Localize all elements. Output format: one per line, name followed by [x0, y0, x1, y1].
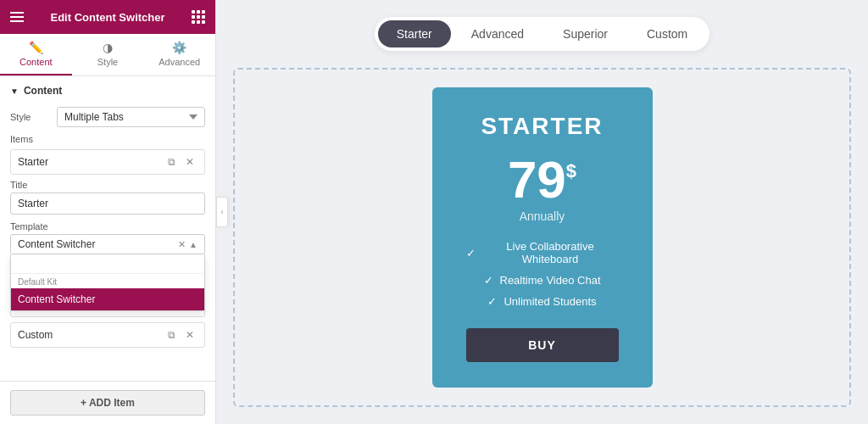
style-tab-icon: ◑ — [103, 41, 113, 54]
advanced-tab-icon: ⚙️ — [172, 41, 186, 54]
tab-advanced-label: Advanced — [159, 57, 200, 67]
tab-advanced[interactable]: ⚙️ Advanced — [143, 34, 215, 75]
pricing-features: ✓ Live Collaborative Whiteboard ✓ Realti… — [466, 240, 619, 308]
canvas-content: STARTER 79 $ Annually ✓ Live Collaborati… — [233, 68, 851, 407]
switcher-tab-superior[interactable]: Superior — [544, 20, 626, 47]
pricing-card-title: STARTER — [466, 113, 619, 140]
pricing-currency: $ — [566, 162, 576, 181]
feature-3-label: Unlimited Students — [504, 295, 596, 308]
panel-tabs: ✏️ Content ◑ Style ⚙️ Advanced — [0, 34, 215, 76]
style-select[interactable]: Multiple Tabs — [57, 107, 205, 127]
item-starter-copy-btn[interactable]: ⧉ — [164, 154, 179, 170]
content-section-header: ▼ Content — [10, 85, 205, 97]
hamburger-icon[interactable] — [10, 12, 24, 22]
template-arrow-icon: ▲ — [189, 240, 198, 249]
right-canvas: ‹ Starter Advanced Superior Custom START… — [216, 0, 868, 424]
template-select-wrapper: Content Switcher ✕ ▲ Default Kit Content… — [10, 234, 205, 254]
content-tab-icon: ✏️ — [29, 41, 43, 54]
switcher-tab-custom[interactable]: Custom — [628, 20, 706, 47]
template-sub-field: Template Content Switcher ✕ ▲ Default Ki… — [10, 221, 205, 254]
panel-header: Edit Content Switcher — [0, 0, 215, 34]
item-starter-label: Starter — [18, 156, 164, 168]
item-custom-copy-btn[interactable]: ⧉ — [164, 327, 179, 343]
template-select-header[interactable]: Content Switcher ✕ ▲ — [10, 234, 205, 254]
tab-content-label: Content — [19, 57, 53, 67]
item-row-starter: Starter ⧉ ✕ — [10, 149, 205, 175]
template-selected-value: Content Switcher — [18, 238, 178, 250]
style-field-row: Style Multiple Tabs — [10, 107, 205, 127]
item-custom-actions: ⧉ ✕ — [164, 327, 198, 343]
panel-footer: + ADD Item — [0, 381, 215, 424]
check-icon-2: ✓ — [484, 274, 493, 287]
left-panel: Edit Content Switcher ✏️ Content ◑ Style… — [0, 0, 216, 424]
switcher-tab-advanced[interactable]: Advanced — [453, 20, 542, 47]
feature-1-label: Live Collaborative Whiteboard — [482, 240, 619, 265]
check-icon-3: ✓ — [487, 295, 497, 308]
content-section-label: Content — [24, 85, 62, 97]
template-clear-icon[interactable]: ✕ — [178, 239, 186, 250]
items-label: Items — [10, 134, 205, 144]
buy-button[interactable]: BUY — [466, 328, 619, 362]
panel-body: ▼ Content Style Multiple Tabs Items Star… — [0, 76, 215, 381]
item-custom-label: Custom — [18, 329, 164, 341]
item-starter-actions: ⧉ ✕ — [164, 154, 198, 170]
grid-icon[interactable] — [192, 10, 205, 24]
section-arrow-icon: ▼ — [10, 86, 19, 96]
dropdown-group-label: Default Kit — [11, 274, 204, 288]
template-sub-field-label: Template — [10, 221, 205, 232]
dropdown-item-content-switcher[interactable]: Content Switcher — [11, 288, 204, 310]
item-custom-close-btn[interactable]: ✕ — [182, 327, 198, 343]
item-starter-close-btn[interactable]: ✕ — [182, 154, 198, 170]
add-item-label: + ADD Item — [81, 397, 135, 409]
tab-style[interactable]: ◑ Style — [72, 34, 144, 75]
item-row-custom: Custom ⧉ ✕ — [10, 322, 205, 348]
switcher-tab-starter[interactable]: Starter — [378, 20, 451, 47]
panel-header-title: Edit Content Switcher — [50, 11, 164, 24]
feature-2-label: Realtime Video Chat — [500, 274, 601, 287]
style-field-label: Style — [10, 112, 57, 122]
title-input[interactable] — [10, 192, 205, 215]
template-dropdown: Default Kit Content Switcher — [10, 254, 205, 311]
feature-1: ✓ Live Collaborative Whiteboard — [466, 240, 619, 265]
feature-3: ✓ Unlimited Students — [466, 295, 619, 308]
feature-2: ✓ Realtime Video Chat — [466, 274, 619, 287]
tab-style-label: Style — [97, 57, 118, 67]
template-search-input[interactable] — [11, 254, 204, 274]
collapse-handle[interactable]: ‹ — [216, 197, 228, 227]
pricing-card: STARTER 79 $ Annually ✓ Live Collaborati… — [432, 87, 653, 388]
title-sub-field: Title — [10, 180, 205, 215]
title-sub-field-label: Title — [10, 180, 205, 190]
add-item-button[interactable]: + ADD Item — [10, 390, 205, 416]
collapse-arrow-icon: ‹ — [221, 208, 224, 216]
pricing-amount: 79 $ — [508, 153, 576, 206]
pricing-price: 79 — [508, 153, 566, 206]
check-icon-1: ✓ — [466, 247, 476, 259]
tab-switcher: Starter Advanced Superior Custom — [375, 17, 709, 51]
tab-content[interactable]: ✏️ Content — [0, 34, 72, 75]
pricing-period: Annually — [466, 209, 619, 223]
